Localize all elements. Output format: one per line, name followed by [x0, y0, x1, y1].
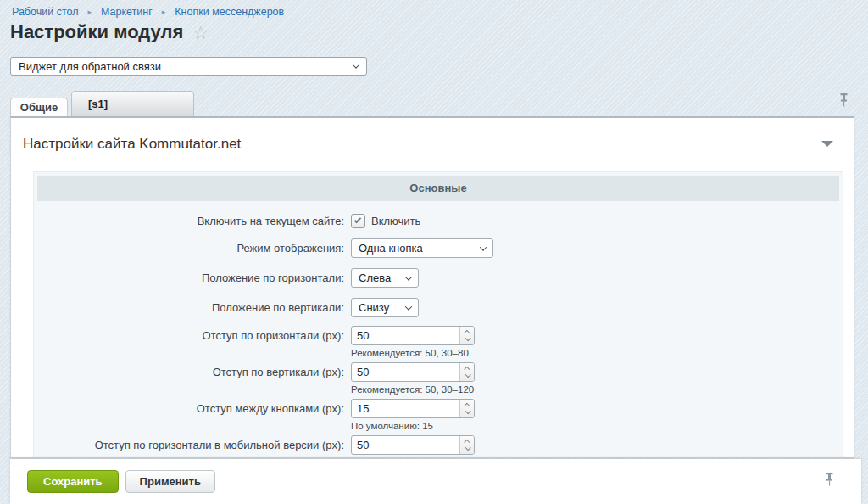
number-spinner[interactable]: [459, 327, 474, 344]
breadcrumb-separator-icon: ▸: [87, 8, 92, 16]
breadcrumb-item-messenger-buttons[interactable]: Кнопки мессенджеров: [175, 6, 284, 18]
breadcrumb-item-desktop[interactable]: Рабочий стол: [12, 6, 78, 18]
form-row-enable: Включить на текущем сайте: Включить: [37, 214, 839, 228]
panel-header: Настройки сайта Kommutator.net: [11, 118, 854, 171]
settings-form: Включить на текущем сайте: Включить Режи…: [37, 201, 839, 458]
breadcrumb-item-marketing[interactable]: Маркетинг: [101, 6, 153, 18]
field-label: Отступ по горизонтали в мобильной версии…: [37, 435, 351, 452]
button-gap-field: [351, 399, 475, 418]
vertical-offset-field: [351, 362, 475, 382]
display-mode-select[interactable]: Одна кнопка: [351, 238, 493, 258]
form-row-display-mode: Режим отображения: Одна кнопка: [37, 238, 839, 258]
horizontal-position-value: Слева: [359, 272, 391, 284]
field-hint: Рекомендуется: 50, 30–120: [351, 384, 475, 395]
spinner-down-icon: [465, 336, 470, 342]
action-buttons: Сохранить Применить: [10, 459, 861, 493]
settings-box: Основные Включить на текущем сайте: Вклю…: [33, 171, 843, 458]
field-label: Режим отображения:: [37, 238, 351, 255]
apply-button[interactable]: Применить: [125, 470, 215, 493]
pin-icon[interactable]: [838, 93, 849, 112]
chevron-down-icon: [480, 244, 487, 250]
horizontal-offset-input[interactable]: [352, 327, 459, 344]
module-select[interactable]: Виджет для обратной связи: [10, 57, 367, 76]
panel-title: Настройки сайта Kommutator.net: [23, 136, 241, 153]
mobile-horizontal-offset-input[interactable]: [352, 436, 459, 454]
save-button[interactable]: Сохранить: [27, 470, 119, 493]
form-row-vertical-offset: Отступ по вертикали (px): Рекомендуется:…: [37, 362, 839, 395]
vertical-offset-input[interactable]: [352, 363, 459, 381]
form-row-mobile-horizontal-offset: Отступ по горизонтали в мобильной версии…: [37, 435, 839, 458]
chevron-down-icon: [405, 303, 412, 310]
section-header: Основные: [37, 176, 839, 201]
collapse-arrow-icon[interactable]: [821, 141, 833, 147]
mobile-horizontal-offset-field: [351, 435, 475, 455]
spinner-down-icon: [465, 372, 470, 378]
settings-panel: Настройки сайта Kommutator.net Основные …: [10, 116, 854, 458]
chevron-down-icon: [353, 61, 359, 68]
field-label: Положение по горизонтали:: [37, 268, 351, 285]
breadcrumb: Рабочий стол ▸ Маркетинг ▸ Кнопки мессен…: [12, 6, 284, 18]
horizontal-position-select[interactable]: Слева: [351, 268, 419, 288]
form-row-vertical-position: Положение по вертикали: Снизу: [37, 298, 839, 317]
form-row-button-gap: Отступ между кнопками (px): По умолчанию…: [37, 399, 839, 431]
form-row-horizontal-offset: Отступ по горизонтали (px): Рекомендуетс…: [37, 326, 839, 358]
page-title-row: Настройки модуля ☆: [10, 21, 209, 43]
number-spinner[interactable]: [459, 400, 474, 417]
number-spinner[interactable]: [459, 436, 474, 454]
field-label: Отступ по горизонтали (px):: [37, 326, 351, 343]
horizontal-offset-field: [351, 326, 475, 345]
enable-checkbox-wrap: Включить: [351, 214, 420, 228]
form-row-horizontal-position: Положение по горизонтали: Слева: [37, 268, 839, 288]
field-hint: По умолчанию: как в десктопной версии (5…: [351, 457, 554, 458]
enable-checkbox-label: Включить: [371, 215, 420, 227]
field-label: Включить на текущем сайте:: [37, 214, 351, 228]
breadcrumb-separator-icon: ▸: [162, 8, 166, 16]
number-spinner[interactable]: [459, 363, 474, 381]
spinner-down-icon: [465, 409, 470, 415]
tab-s1[interactable]: [s1]: [71, 91, 194, 116]
field-label: Отступ по вертикали (px):: [37, 362, 351, 379]
enable-checkbox[interactable]: [351, 214, 365, 228]
field-label: Отступ между кнопками (px):: [37, 399, 351, 416]
field-label: Положение по вертикали:: [37, 298, 351, 315]
favorite-star-icon[interactable]: ☆: [192, 24, 209, 42]
field-hint: По умолчанию: 15: [351, 421, 475, 431]
pin-icon[interactable]: [824, 473, 835, 491]
tab-general[interactable]: Общие: [10, 98, 68, 116]
module-select-value: Виджет для обратной связи: [19, 60, 161, 73]
button-gap-input[interactable]: [352, 400, 459, 417]
check-icon: [354, 216, 361, 223]
spinner-down-icon: [465, 445, 470, 451]
vertical-position-value: Снизу: [359, 301, 389, 314]
chevron-down-icon: [405, 273, 412, 280]
action-bar: Сохранить Применить: [10, 459, 861, 504]
display-mode-value: Одна кнопка: [359, 242, 423, 255]
vertical-position-select[interactable]: Снизу: [351, 298, 419, 317]
page-title: Настройки модуля: [10, 21, 183, 43]
field-hint: Рекомендуется: 50, 30–80: [351, 348, 475, 358]
